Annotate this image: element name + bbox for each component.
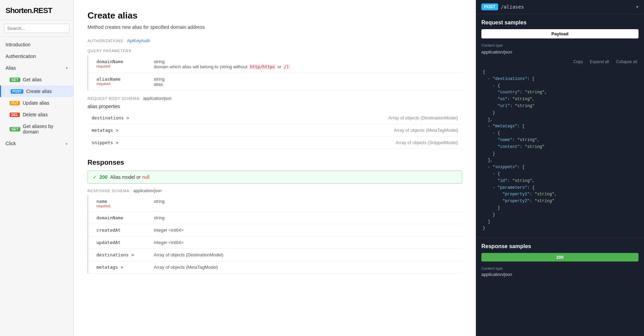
content-type-val: application/json <box>476 49 644 57</box>
sidebar-item-authentication-label: Authentication <box>5 54 36 59</box>
code-block: { - "destinations": [ - { "country": "st… <box>476 68 644 237</box>
resp-field-name-type: string <box>154 199 165 204</box>
sidebar-item-update-alias[interactable]: PUT Update alias <box>0 97 73 109</box>
param-name-domainname: domainName <box>96 59 123 64</box>
page-subtitle: Method creates new alias for specified d… <box>87 24 462 30</box>
endpoint-path: /aliases <box>501 4 633 10</box>
response-200-row[interactable]: ✓ 200 Alias model or null <box>87 171 462 184</box>
sidebar-item-authentication[interactable]: Authentication <box>0 50 73 62</box>
resp-field-updatedat: updatedAt integer <int64> <box>88 236 462 249</box>
response-200-desc: Alias model or null <box>110 174 149 180</box>
resp-field-metatags-type: Array of objects (MetaTagModel) <box>154 265 218 270</box>
response-desc-text: Alias model or <box>110 174 141 180</box>
get-aliases-badge: GET <box>10 127 20 131</box>
auth-row: AUTHORIZATIONS: ApiKeyAuth <box>87 38 462 43</box>
param-desc-domainname: domain which alias will belong to (strin… <box>154 64 290 69</box>
body-prop-destinations-name: destinations > <box>92 115 129 120</box>
copy-button[interactable]: Copy <box>572 59 584 65</box>
resp-field-domainname: domainName string <box>88 212 462 224</box>
param-desc-aliasname: alias <box>154 82 163 87</box>
check-icon: ✓ <box>93 174 97 180</box>
search-container <box>0 20 73 37</box>
resp-content-type-val: application/json <box>476 271 644 280</box>
body-schema-label: REQUEST BODY SCHEMA: <box>87 96 140 101</box>
sidebar-item-delete-alias[interactable]: DEL Delete alias <box>0 109 73 120</box>
body-prop-snippets[interactable]: snippets > Array of objects (SnippetMode… <box>87 137 462 149</box>
resp-field-destinations: destinations > Array of objects (Destina… <box>88 249 462 261</box>
create-alias-badge: POST <box>11 89 23 94</box>
logo: Shorten.REST <box>0 0 73 20</box>
sidebar-item-update-alias-label: Update alias <box>23 100 49 106</box>
resp-field-metatags: metatags > Array of objects (MetaTagMode… <box>88 261 462 274</box>
resp-field-metatags-label: metatags > <box>96 265 123 270</box>
delete-alias-badge: DEL <box>10 113 20 117</box>
body-prop-destinations-type: Array of objects (DestinationModel) <box>388 115 458 120</box>
param-row-domainname: domainName required string domain which … <box>88 56 462 73</box>
sidebar: Shorten.REST Introduction Authentication… <box>0 0 74 336</box>
resp-field-createdat: createdAt integer <int64> <box>88 224 462 236</box>
resp-field-destinations-type: Array of objects (DestinationModel) <box>154 252 223 257</box>
right-panel-header: POST /aliases ▾ <box>476 0 644 14</box>
right-panel: POST /aliases ▾ Request samples Payload … <box>476 0 644 336</box>
sidebar-item-get-alias[interactable]: GET Get alias <box>0 74 73 85</box>
sidebar-item-alias[interactable]: Alias ▾ <box>0 62 73 74</box>
body-prop-snippets-name: snippets > <box>92 140 118 145</box>
resp-field-name-label: name <box>96 199 107 204</box>
expand-all-button[interactable]: Expand all <box>588 59 610 65</box>
body-schema-row: REQUEST BODY SCHEMA: application/json <box>87 96 462 101</box>
code-actions: Copy Expand all Collapse all <box>476 57 644 68</box>
response-200-code: 200 <box>99 174 107 180</box>
response-200-badge-button[interactable]: 200 <box>481 253 639 262</box>
resp-field-updatedat-label: updatedAt <box>96 240 120 245</box>
response-schema-type: application/json <box>133 188 162 193</box>
sidebar-item-create-alias[interactable]: POST Create alias <box>0 85 73 97</box>
body-prop-metatags[interactable]: metatags > Array of objects (MetaTagMode… <box>87 124 462 137</box>
sidebar-item-introduction[interactable]: Introduction <box>0 39 73 50</box>
body-prop-metatags-type: Array of objects (MetaTagModel) <box>394 128 458 133</box>
request-samples-title: Request samples <box>476 14 644 29</box>
sidebar-item-get-alias-label: Get alias <box>23 77 42 82</box>
body-prop-destinations[interactable]: destinations > Array of objects (Destina… <box>87 112 462 124</box>
auth-link[interactable]: ApiKeyAuth <box>127 38 150 43</box>
update-alias-badge: PUT <box>10 101 20 105</box>
sidebar-item-click[interactable]: Click ▸ <box>0 138 73 149</box>
param-name-aliasname: aliasName <box>96 77 120 82</box>
query-params-label: QUERY PARAMETERS <box>87 49 462 53</box>
response-samples-title: Response samples <box>476 237 644 253</box>
logo-text: Shorten.REST <box>5 6 52 15</box>
response-null-text: null <box>142 174 150 180</box>
param-row-aliasname: aliasName required string alias <box>88 73 462 91</box>
inline-code-slash: /) <box>283 64 290 70</box>
body-schema-type: application/json <box>143 96 172 101</box>
panel-chevron-icon: ▾ <box>636 4 639 10</box>
resp-field-createdat-type: integer <int64> <box>154 228 184 233</box>
alias-chevron-icon: ▾ <box>66 66 68 70</box>
sidebar-item-click-label: Click <box>5 141 16 146</box>
params-table: domainName required string domain which … <box>87 56 462 91</box>
body-prop-metatags-name: metatags > <box>92 128 118 133</box>
collapse-all-button[interactable]: Collapse all <box>614 59 639 65</box>
inline-code-http: http/https <box>249 64 276 70</box>
payload-tab-button[interactable]: Payload <box>481 29 639 38</box>
resp-content-type-label: Content type <box>476 265 644 271</box>
sidebar-item-introduction-label: Introduction <box>5 42 31 47</box>
resp-field-name: name required string <box>88 195 462 212</box>
alias-props-label: alias properties <box>87 104 462 109</box>
resp-field-domainname-label: domainName <box>96 215 123 220</box>
sidebar-nav: Introduction Authentication Alias ▾ GET … <box>0 37 73 336</box>
sidebar-item-delete-alias-label: Delete alias <box>23 112 48 117</box>
param-required-aliasname: required <box>96 82 145 86</box>
resp-field-updatedat-type: integer <int64> <box>154 240 184 245</box>
resp-field-destinations-label: destinations > <box>96 252 134 257</box>
response-schema-row: RESPONSE SCHEMA: application/json <box>87 188 462 193</box>
sidebar-item-get-aliases-by-domain[interactable]: GET Get aliases by domain <box>0 120 73 138</box>
main-content: Create alias Method creates new alias fo… <box>74 0 476 336</box>
search-input[interactable] <box>4 24 69 33</box>
param-type-aliasname: string <box>154 77 165 82</box>
sidebar-item-alias-label: Alias <box>5 65 16 71</box>
sidebar-item-get-aliases-label: Get aliases by domain <box>23 124 68 135</box>
resp-field-createdat-label: createdAt <box>96 228 120 233</box>
responses-title: Responses <box>87 159 462 166</box>
response-fields-table: name required string domainName string c… <box>87 195 462 274</box>
resp-field-name-required: required <box>96 204 145 208</box>
